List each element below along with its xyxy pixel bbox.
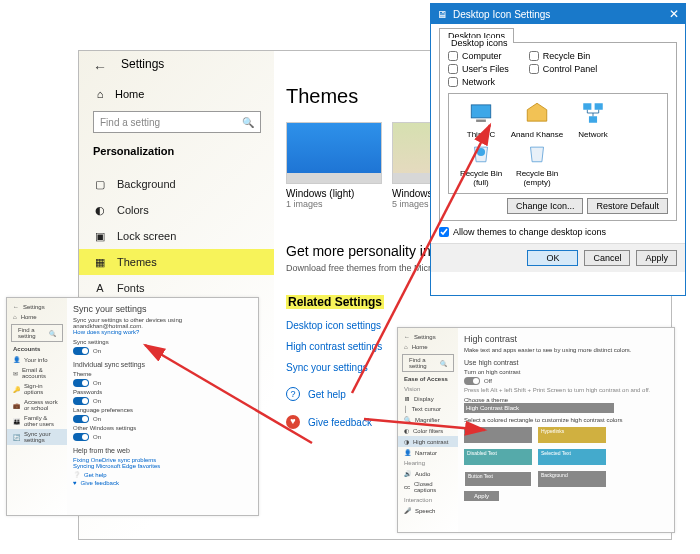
nav-color-filters[interactable]: ◐ Color filters (398, 425, 458, 436)
swatch-button[interactable]: Button Text (464, 471, 532, 487)
swatch-background[interactable]: Background (538, 471, 606, 487)
swatch-disabled[interactable]: Disabled Text (464, 449, 532, 465)
high-contrast-window: ←Settings ⌂ Home Find a setting🔍 Ease of… (397, 327, 675, 533)
toggle-theme[interactable]: On (73, 379, 252, 387)
nav-text-cursor[interactable]: │ Text cursor (398, 404, 458, 414)
search-input[interactable]: Find a setting🔍 (11, 324, 63, 342)
toggle-high-contrast[interactable]: Off (464, 377, 668, 385)
sync-settings-window: ←Settings ⌂ Home Find a setting🔍 Account… (6, 297, 259, 516)
svg-rect-0 (471, 105, 491, 118)
picture-icon: ▢ (93, 177, 107, 191)
nav-narrator[interactable]: 👤 Narrator (398, 447, 458, 458)
hc-content: High contrast Make text and apps easier … (458, 328, 674, 507)
help-icon: ? (286, 387, 300, 401)
nav-captions[interactable]: cc Closed captions (398, 479, 458, 495)
nav-your-info[interactable]: 👤 Your info (7, 354, 67, 365)
home-label: Home (115, 88, 144, 100)
nav-family[interactable]: 👪 Family & other users (7, 413, 67, 429)
nav-lockscreen[interactable]: ▣Lock screen (79, 223, 274, 249)
swatch-text[interactable]: Text (464, 427, 532, 443)
apply-button[interactable]: Apply (636, 250, 677, 266)
home-nav[interactable]: ⌂ Home (93, 87, 144, 101)
related-heading: Related Settings (286, 295, 384, 309)
dialog-titlebar: 🖥Desktop Icon Settings ✕ (431, 4, 685, 24)
swatch-hyperlinks[interactable]: Hyperlinks (538, 427, 606, 443)
chk-recycle-bin[interactable]: Recycle Bin (529, 51, 598, 61)
hc-sidebar: ←Settings ⌂ Home Find a setting🔍 Ease of… (398, 328, 458, 532)
dialog-icon: 🖥 (437, 9, 447, 20)
desktop-icon-settings-dialog: 🖥Desktop Icon Settings ✕ Desktop Icons D… (430, 3, 686, 296)
give-feedback[interactable]: ♥ Give feedback (73, 480, 252, 486)
ok-button[interactable]: OK (527, 250, 578, 266)
theme-select[interactable]: High Contrast Black (464, 403, 614, 413)
home-icon: ⌂ (93, 87, 107, 101)
sync-content: Sync your settings Sync your settings to… (67, 298, 258, 494)
icon-network[interactable]: Network (565, 100, 621, 139)
search-input[interactable]: Find a setting 🔍 (93, 111, 261, 133)
fonts-icon: A (93, 281, 107, 295)
feedback-icon: ♥ (286, 415, 300, 429)
category-heading: Personalization (93, 145, 174, 157)
nav-signin[interactable]: 🔑 Sign-in options (7, 381, 67, 397)
nav-list: ▢Background ◐Colors ▣Lock screen ▦Themes… (79, 171, 274, 301)
icon-recycle-empty[interactable]: Recycle Bin (empty) (509, 139, 565, 187)
lock-icon: ▣ (93, 229, 107, 243)
nav-background[interactable]: ▢Background (79, 171, 274, 197)
svg-rect-1 (476, 120, 486, 122)
nav-work[interactable]: 💼 Access work or school (7, 397, 67, 413)
nav-colors[interactable]: ◐Colors (79, 197, 274, 223)
icon-user[interactable]: Anand Khanse (509, 100, 565, 139)
search-placeholder: Find a setting (100, 117, 160, 128)
home-nav[interactable]: ⌂ Home (398, 342, 458, 352)
svg-point-5 (477, 148, 485, 156)
desktop-icons-group: Desktop icons Computer User's Files Netw… (439, 42, 677, 221)
get-help[interactable]: ❔ Get help (73, 471, 252, 478)
home-nav[interactable]: ⌂ Home (7, 312, 67, 322)
svg-rect-2 (583, 103, 591, 110)
icon-preview-grid: This PC Anand Khanse Network Recycle Bin… (448, 93, 668, 194)
palette-icon: ◐ (93, 203, 107, 217)
apply-button[interactable]: Apply (464, 491, 499, 501)
chk-users-files[interactable]: User's Files (448, 64, 509, 74)
app-title: Settings (121, 57, 164, 71)
toggle-language[interactable]: On (73, 415, 252, 423)
nav-magnifier[interactable]: 🔍 Magnifier (398, 414, 458, 425)
toggle-other[interactable]: On (73, 433, 252, 441)
chk-network[interactable]: Network (448, 77, 509, 87)
chk-computer[interactable]: Computer (448, 51, 509, 61)
nav-themes[interactable]: ▦Themes (79, 249, 274, 275)
chk-allow-themes[interactable]: Allow themes to change desktop icons (439, 227, 677, 237)
dialog-title: Desktop Icon Settings (453, 9, 550, 20)
nav-speech[interactable]: 🎤 Speech (398, 505, 458, 516)
back-icon[interactable]: ← (93, 59, 107, 75)
dialog-footer: OK Cancel Apply (431, 243, 685, 272)
theme-preview (286, 122, 382, 184)
nav-email[interactable]: ✉ Email & accounts (7, 365, 67, 381)
link-how-sync-works[interactable]: How does syncing work? (73, 329, 252, 335)
svg-rect-3 (595, 103, 603, 110)
theme-item[interactable]: Windows (light) 1 images (286, 122, 382, 209)
restore-default-button[interactable]: Restore Default (587, 198, 668, 214)
nav-sync[interactable]: 🔄 Sync your settings (7, 429, 67, 445)
nav-display[interactable]: 🖥 Display (398, 394, 458, 404)
icon-recycle-full[interactable]: Recycle Bin (full) (453, 139, 509, 187)
swatch-selected[interactable]: Selected Text (538, 449, 606, 465)
toggle-passwords[interactable]: On (73, 397, 252, 405)
themes-icon: ▦ (93, 255, 107, 269)
search-icon: 🔍 (242, 117, 254, 128)
cancel-button[interactable]: Cancel (584, 250, 630, 266)
svg-rect-4 (589, 116, 597, 123)
chk-control-panel[interactable]: Control Panel (529, 64, 598, 74)
icon-this-pc[interactable]: This PC (453, 100, 509, 139)
sync-sidebar: ←Settings ⌂ Home Find a setting🔍 Account… (7, 298, 67, 515)
toggle-sync[interactable]: On (73, 347, 252, 355)
search-input[interactable]: Find a setting🔍 (402, 354, 454, 372)
nav-audio[interactable]: 🔊 Audio (398, 468, 458, 479)
close-icon[interactable]: ✕ (669, 7, 679, 21)
nav-high-contrast[interactable]: ◑ High contrast (398, 436, 458, 447)
change-icon-button[interactable]: Change Icon... (507, 198, 584, 214)
